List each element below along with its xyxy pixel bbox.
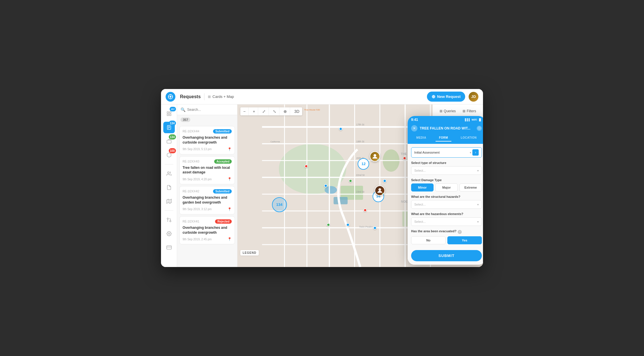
svg-point-54	[374, 154, 376, 157]
pin-blue-6[interactable]	[346, 223, 350, 227]
request-id-1: RE-1I2XX4I4	[183, 130, 199, 133]
sidebar-item-billing[interactable]	[163, 242, 175, 253]
phone-body: Initial Assessment ▾ › Select type of st…	[408, 144, 483, 265]
svg-point-1	[170, 96, 171, 98]
sidebar-item-reports[interactable]	[163, 182, 175, 193]
sidebar-item-assets[interactable]: 100	[163, 149, 175, 161]
assessment-next-button[interactable]: ›	[472, 149, 479, 156]
zoom-out-button[interactable]: −	[240, 107, 249, 115]
pin-green-1[interactable]	[327, 223, 330, 227]
assessment-controls: ▾ ›	[470, 149, 479, 156]
request-time-4: 9th Sep 2019, 2:45 pm	[183, 238, 212, 241]
request-card-2[interactable]: RE-1I2XX4I3 Accepted Tree fallen on road…	[179, 156, 235, 185]
search-input[interactable]	[187, 108, 234, 112]
filters-button[interactable]: ⊞ Filters	[460, 108, 478, 114]
submit-button[interactable]: SUBMIT	[411, 250, 482, 261]
zoom-in-button[interactable]: +	[250, 107, 258, 115]
hazards-chevron: ▾	[477, 203, 479, 206]
hazardous-label: What are the hazardous elements?	[411, 212, 482, 216]
damage-extreme-button[interactable]: Extreme	[459, 183, 482, 191]
pin-blue-7[interactable]	[373, 226, 377, 230]
view-selector[interactable]: ⊞ Cards + Map	[208, 94, 234, 99]
sidebar-divider-1	[165, 164, 173, 165]
queries-label: Queries	[444, 109, 456, 113]
request-card-3[interactable]: RE-1I2XX4I2 Submitted Overhanging branch…	[179, 186, 235, 214]
svg-text:18th St: 18th St	[356, 140, 364, 143]
hazardous-chevron: ▾	[477, 220, 479, 223]
assessment-selector[interactable]: Initial Assessment ▾ ›	[411, 147, 482, 158]
svg-rect-5	[169, 114, 171, 116]
card-header-3: RE-1I2XX4I2 Submitted	[183, 189, 232, 194]
evacuated-group: No Yes	[411, 236, 482, 244]
signal-icon: ▌▌▌	[465, 118, 470, 121]
map-controls: − + ⤢ ⤡ ⊕ 3D	[240, 107, 302, 115]
grid-view-icon: ⊞	[208, 95, 211, 99]
new-request-button[interactable]: ⊕ New Request	[427, 92, 465, 102]
hazardous-dropdown[interactable]: Select... ▾	[411, 217, 482, 226]
sidebar-item-users[interactable]	[163, 168, 175, 179]
damage-type-group: Minor Major Extreme	[411, 183, 482, 191]
pin-red-2[interactable]	[403, 156, 406, 160]
pin-red-1[interactable]	[304, 165, 308, 168]
3d-button[interactable]: 3D	[291, 107, 302, 115]
avatar-pin-1[interactable]	[370, 151, 380, 162]
card-footer-2: 9th Sep 2019, 4:20 pm 📍	[183, 177, 232, 181]
request-time-3: 9th Sep 2019, 3:12 pm	[183, 208, 212, 211]
svg-rect-3	[169, 112, 171, 113]
status-badge-3: Submitted	[213, 189, 232, 194]
svg-point-16	[167, 218, 168, 219]
avatar-pin-3[interactable]	[375, 185, 385, 196]
hazards-dropdown[interactable]: Select... ▾	[411, 200, 482, 209]
sidebar-item-jobs[interactable]: 134	[163, 136, 175, 147]
request-time-1: 9th Sep 2019, 5:13 pm	[183, 148, 212, 151]
pin-blue-1[interactable]	[324, 184, 327, 187]
wifi-icon: WiFi	[471, 118, 477, 121]
plus-icon: ⊕	[432, 94, 435, 99]
app-logo[interactable]	[166, 92, 175, 102]
cluster-12[interactable]: 12	[358, 158, 369, 170]
card-header-1: RE-1I2XX4I4 Submitted	[183, 129, 232, 134]
compass-button[interactable]: ⊕	[281, 107, 290, 115]
damage-minor-button[interactable]: Minor	[411, 183, 434, 191]
tab-form[interactable]: FORM	[436, 134, 451, 142]
queries-button[interactable]: ⊞ Queries	[437, 108, 458, 114]
pin-green-2[interactable]	[349, 179, 352, 183]
search-bar: 🔍	[177, 105, 237, 115]
tab-media[interactable]: MEDIA	[413, 134, 430, 142]
sidebar-item-integrations[interactable]	[163, 214, 175, 226]
user-avatar[interactable]: JD	[469, 92, 478, 102]
svg-point-22	[279, 144, 346, 194]
structure-section: Select type of structure Select... ▾	[411, 161, 482, 175]
evacuated-help-icon[interactable]: ?	[458, 230, 462, 234]
map-area[interactable]: 17th St 18th St 20th St 22nd St 23rd St …	[237, 105, 483, 267]
cluster-134[interactable]: 134	[272, 197, 287, 212]
hazards-label: What are the structural hazards?	[411, 195, 482, 198]
phone-header-title: TREE FALLEN ON ROAD WIT...	[420, 126, 474, 130]
structure-dropdown[interactable]: Select... ▾	[411, 166, 482, 175]
svg-point-18	[168, 233, 170, 235]
request-card-4[interactable]: RE-1I2XX4I1 Rejected Overhanging branche…	[179, 216, 235, 245]
evacuated-no-button[interactable]: No	[411, 236, 446, 244]
sidebar-item-requests[interactable]: 134	[163, 122, 175, 133]
fullscreen-button[interactable]: ⤡	[270, 107, 279, 115]
damage-major-button[interactable]: Major	[435, 183, 458, 191]
tab-location[interactable]: LOCATION	[457, 134, 480, 142]
sidebar-item-settings[interactable]	[163, 228, 175, 239]
fit-button[interactable]: ⤢	[259, 107, 269, 115]
evacuated-yes-button[interactable]: Yes	[447, 236, 482, 244]
location-icon-3: 📍	[227, 207, 232, 211]
pin-blue-2[interactable]	[339, 127, 342, 131]
jobs-badge: 134	[169, 134, 176, 140]
request-card-1[interactable]: RE-1I2XX4I4 Submitted Overhanging branch…	[179, 126, 235, 154]
sidebar-divider-2	[165, 210, 173, 211]
pin-blue-3[interactable]	[383, 179, 386, 183]
card-header-2: RE-1I2XX4I3 Accepted	[183, 159, 232, 164]
sidebar-item-dashboard[interactable]: 357	[163, 108, 175, 119]
status-badge-1: Submitted	[213, 129, 232, 134]
pin-red-4[interactable]	[363, 208, 367, 212]
phone-close-button[interactable]: ✕	[411, 125, 417, 131]
svg-text:23rd St: 23rd St	[356, 190, 365, 193]
sidebar-item-map[interactable]	[163, 196, 175, 207]
svg-rect-4	[167, 114, 168, 116]
phone-info-button[interactable]: ⓘ	[477, 126, 482, 131]
